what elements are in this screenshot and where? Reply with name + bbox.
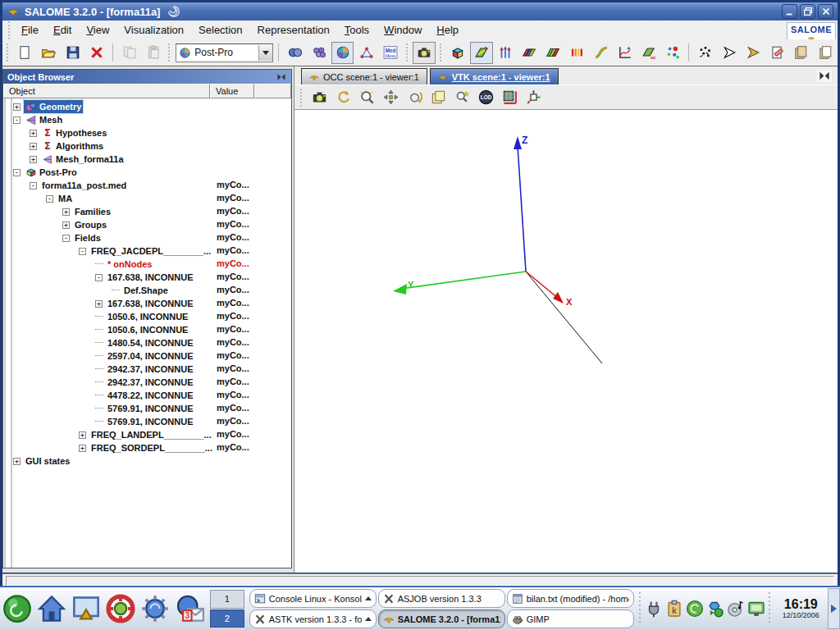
- tree-node-5769-91-inconnue[interactable]: 5769.91, INCONNUE: [106, 403, 195, 414]
- toolbar-handle[interactable]: [439, 43, 444, 62]
- cut-planes-button[interactable]: [470, 42, 492, 64]
- tree-node-4478-22-inconnue[interactable]: 4478.22, INCONNUE: [106, 390, 195, 401]
- desktop-2[interactable]: 2: [210, 609, 244, 628]
- tree-row[interactable]: 2597.04, INCONNUEmyCo...: [10, 349, 291, 363]
- tree-row[interactable]: +ΣAlgorithms: [10, 139, 291, 153]
- tree-node-2597-04-inconnue[interactable]: 2597.04, INCONNUE: [106, 350, 195, 362]
- plot2d-button[interactable]: [614, 42, 636, 64]
- tree-row[interactable]: 4478.22, INCONNUEmyCo...: [10, 389, 291, 402]
- scalar-cut-button[interactable]: sc: [637, 42, 660, 64]
- tree-row[interactable]: +Geometry: [10, 100, 291, 113]
- vtk-viewport[interactable]: Z Y X: [294, 110, 838, 573]
- stream-lines-button[interactable]: [566, 42, 588, 64]
- tree-row[interactable]: 5769.91, INCONNUEmyCo...: [10, 415, 291, 428]
- collapse-toggle[interactable]: -: [13, 169, 21, 176]
- home-folder-launcher[interactable]: [34, 591, 69, 627]
- konqueror-launcher[interactable]: [138, 591, 172, 627]
- tree-row[interactable]: +GUI states: [10, 454, 291, 468]
- mesh-cluster-button[interactable]: [308, 42, 330, 64]
- suse-help-launcher[interactable]: [103, 591, 138, 627]
- global-pan-button[interactable]: [451, 88, 472, 107]
- display-settings-tray-icon[interactable]: [747, 600, 765, 618]
- tree-row[interactable]: -FREQ_JACDEPL________...myCo...: [10, 244, 291, 258]
- vtk-toolbar-handle[interactable]: [299, 89, 304, 107]
- object-browser-titlebar[interactable]: Object Browser: [3, 70, 291, 84]
- selection-arrow-alt-button[interactable]: [742, 42, 765, 64]
- tree-row[interactable]: 1050.6, INCONNUEmyCo...: [10, 323, 291, 336]
- menu-selection[interactable]: Selection: [191, 21, 249, 39]
- tree-node-freq-landepl[interactable]: FREQ_LANDEPL________...: [89, 429, 213, 441]
- tab-occ-viewer[interactable]: OCC scene:1 - viewer:1: [301, 68, 427, 84]
- minimize-button[interactable]: [782, 4, 797, 19]
- power-plug-tray-icon[interactable]: [645, 600, 663, 618]
- tree-node-forma11a-post-med[interactable]: forma11a_post.med: [40, 180, 128, 191]
- window-titlebar[interactable]: SALOME 3.2.0 - [forma11a]: [2, 2, 838, 21]
- collapse-toggle[interactable]: -: [62, 235, 70, 242]
- deformed-shape-button[interactable]: [590, 42, 612, 64]
- menu-window[interactable]: Window: [377, 21, 429, 39]
- gauss-points-button[interactable]: [661, 42, 683, 64]
- tree-row[interactable]: +Mesh_forma11a: [10, 153, 291, 166]
- toolbar-handle[interactable]: [405, 43, 410, 62]
- tree-node-freq-sordepl[interactable]: FREQ_SORDEPL________...: [89, 442, 214, 454]
- collapse-toggle[interactable]: -: [95, 274, 103, 281]
- tree-row[interactable]: 5769.91, INCONNUEmyCo...: [10, 402, 291, 415]
- reset-view-button[interactable]: [332, 88, 354, 107]
- expand-toggle[interactable]: +: [13, 103, 21, 111]
- tree-node-1050-6-inconnue[interactable]: 1050.6, INCONNUE: [106, 311, 189, 322]
- taskbar-window-asjob-version-1-3-3[interactable]: ASJOB version 1.3.3: [378, 589, 505, 608]
- save-document-button[interactable]: [62, 42, 84, 64]
- tree-node-mesh[interactable]: Mesh: [24, 113, 64, 126]
- taskbar-window-astk-version-1-3-3-form[interactable]: ASTK version 1.3.3 - form: [249, 609, 377, 628]
- tree-row[interactable]: +ΣHypotheses: [10, 126, 291, 139]
- menu-visualization[interactable]: Visualization: [116, 21, 191, 39]
- erase-presentation-button[interactable]: [766, 42, 788, 64]
- expand-toggle[interactable]: +: [30, 156, 37, 163]
- module-selector[interactable]: Post-Pro: [176, 43, 273, 62]
- column-header-value[interactable]: Value: [210, 84, 254, 98]
- tree-row[interactable]: 2942.37, INCONNUEmyCo...: [10, 376, 291, 389]
- postpro-module-button[interactable]: [331, 42, 354, 64]
- tree-row[interactable]: -forma11a_post.medmyCo...: [10, 179, 291, 192]
- scalar-map-button[interactable]: [446, 42, 468, 64]
- tree-node-families[interactable]: Families: [73, 206, 112, 217]
- tree-row[interactable]: * onNodesmyCo...: [10, 258, 291, 271]
- rotate-view-button[interactable]: [404, 88, 425, 107]
- expand-toggle[interactable]: +: [13, 458, 21, 465]
- tree-node-freq-jacdepl[interactable]: FREQ_JACDEPL________...: [89, 245, 212, 257]
- selection-arrow-button[interactable]: [719, 42, 741, 64]
- tree-row[interactable]: +FamiliesmyCo...: [10, 205, 291, 218]
- tree-node-def-shape[interactable]: Def.Shape: [122, 285, 170, 296]
- pan-view-button[interactable]: [380, 88, 401, 107]
- expand-toggle[interactable]: +: [79, 431, 86, 439]
- scaling-button[interactable]: [499, 88, 520, 107]
- tree-row[interactable]: -Mesh: [10, 113, 291, 126]
- tree-node-geometry[interactable]: Geometry: [24, 100, 83, 113]
- show-desktop-launcher[interactable]: [69, 591, 103, 627]
- tree-node-groups[interactable]: Groups: [73, 219, 108, 231]
- panel-clock[interactable]: 16:19 12/10/2006: [776, 597, 827, 619]
- tree-row[interactable]: -FieldsmyCo...: [10, 231, 291, 244]
- module-selector-dropdown-button[interactable]: [258, 45, 272, 61]
- taskbar-window-bilan-txt-modified-home[interactable]: bilan.txt (modified) - /home: [507, 589, 634, 608]
- tree-row[interactable]: -MAmyCo...: [10, 192, 291, 205]
- tree-node-167-638-inconnue[interactable]: 167.638, INCONNUE: [106, 298, 195, 309]
- expand-toggle[interactable]: +: [62, 221, 70, 229]
- menu-edit[interactable]: Edit: [46, 21, 79, 39]
- tree-row[interactable]: +GroupsmyCo...: [10, 218, 291, 231]
- restore-button[interactable]: [800, 4, 815, 19]
- display-presentation-button[interactable]: [790, 42, 812, 64]
- tree-node-2942-37-inconnue[interactable]: 2942.37, INCONNUE: [106, 363, 195, 375]
- new-document-button[interactable]: [14, 42, 36, 64]
- dump-view-button[interactable]: [308, 88, 330, 107]
- menu-view[interactable]: View: [79, 21, 116, 39]
- tree-node-gui-states[interactable]: GUI states: [24, 455, 71, 467]
- cd-player-tray-icon[interactable]: [727, 600, 745, 618]
- taskbar-window-gimp[interactable]: GIMP: [507, 609, 634, 628]
- lod-button[interactable]: LOD: [475, 88, 496, 107]
- menu-file[interactable]: File: [14, 21, 46, 39]
- copy-button[interactable]: [118, 42, 140, 64]
- column-header-object[interactable]: Object: [3, 84, 210, 98]
- selection-points-button[interactable]: [694, 42, 716, 64]
- object-browser-close-icon[interactable]: [276, 72, 287, 82]
